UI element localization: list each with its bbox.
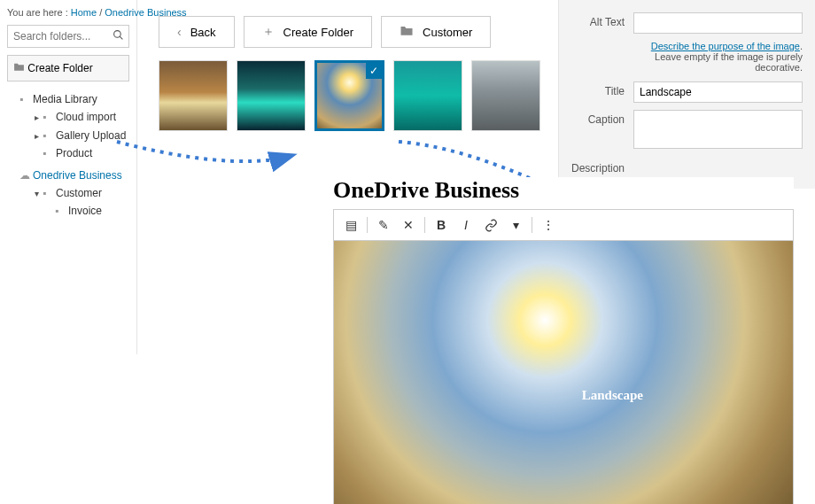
- alt-text-input[interactable]: [633, 12, 803, 34]
- search-input[interactable]: [7, 25, 129, 48]
- italic-icon[interactable]: I: [454, 213, 477, 236]
- chevron-down-icon: ▾: [32, 186, 41, 201]
- tree-item-invoice[interactable]: ▪Invoice: [44, 202, 129, 220]
- close-icon[interactable]: ✕: [397, 213, 420, 236]
- link-icon[interactable]: [479, 213, 502, 236]
- thumbnail-image: [394, 61, 462, 130]
- svg-point-0: [114, 31, 121, 38]
- folder-icon: ▪: [43, 127, 53, 144]
- folder-icon: ▪: [43, 144, 53, 162]
- thumbnail-item[interactable]: [393, 60, 462, 131]
- alt-text-help: Describe the purpose of the image. Leave…: [571, 41, 803, 73]
- tree-item-media-library[interactable]: ▪Media Library ▸▪Cloud import ▸▪Gallery …: [19, 90, 129, 163]
- editor-heading: OneDrive Business: [333, 177, 794, 204]
- thumbnail-item-selected[interactable]: ✓: [314, 60, 384, 131]
- create-folder-label: Create Folder: [283, 26, 353, 39]
- separator: [532, 217, 532, 233]
- title-input[interactable]: [633, 81, 803, 103]
- cloud-icon: ☁: [19, 167, 30, 184]
- edit-icon[interactable]: ✎: [372, 213, 395, 236]
- check-icon: ✓: [366, 63, 382, 79]
- editor-box: ▤ ✎ ✕ B I ▾ ⋮ Landscape: [333, 209, 794, 504]
- customer-label: Customer: [423, 26, 472, 39]
- sidebar-create-folder-button[interactable]: Create Folder: [7, 55, 129, 81]
- sidebar: You are here : Home / Onedrive Business …: [0, 0, 137, 354]
- thumbnail-item[interactable]: [237, 60, 306, 131]
- folder-icon: ▪: [43, 184, 53, 202]
- search-icon[interactable]: [113, 29, 124, 43]
- folder-tree: ▪Media Library ▸▪Cloud import ▸▪Gallery …: [7, 90, 129, 221]
- separator: [424, 217, 425, 233]
- details-panel: Alt Text Describe the purpose of the ima…: [558, 0, 815, 189]
- chevron-right-icon: ▸: [32, 110, 41, 125]
- toolbar: ‹ Back ＋ Create Folder Customer: [159, 16, 540, 48]
- align-icon[interactable]: ▤: [339, 213, 362, 236]
- breadcrumb: You are here : Home / Onedrive Business: [7, 7, 129, 18]
- svg-line-1: [120, 36, 122, 39]
- bold-icon[interactable]: B: [430, 213, 453, 236]
- search-box: [7, 25, 129, 48]
- editor-image[interactable]: Landscape: [334, 241, 793, 504]
- alt-text-label: Alt Text: [571, 12, 633, 34]
- editor-overlay: OneDrive Business ▤ ✎ ✕ B I ▾ ⋮ Landscap…: [333, 177, 794, 504]
- breadcrumb-prefix: You are here :: [7, 7, 68, 18]
- breadcrumb-home[interactable]: Home: [71, 7, 97, 18]
- caption-input[interactable]: [633, 110, 803, 149]
- thumbnail-item[interactable]: [159, 60, 228, 131]
- customer-folder-button[interactable]: Customer: [381, 16, 491, 48]
- tree-item-cloud-import[interactable]: ▸▪Cloud import: [32, 108, 129, 126]
- alt-help-link[interactable]: Describe the purpose of the image: [651, 41, 800, 51]
- chevron-right-icon: ▸: [32, 128, 41, 143]
- tree-item-onedrive-business[interactable]: ☁Onedrive Business ▾▪Customer ▪Invoice: [19, 167, 129, 221]
- tree-item-product[interactable]: ▪Product: [32, 144, 129, 162]
- plus-icon: ＋: [262, 24, 275, 40]
- description-label: Description: [571, 159, 633, 174]
- tree-item-customer[interactable]: ▾▪Customer ▪Invoice: [32, 184, 129, 221]
- thumbnail-image: [237, 61, 305, 130]
- thumbnail-image: [159, 61, 227, 130]
- breadcrumb-sep: /: [99, 7, 102, 18]
- folder-icon: ▪: [19, 90, 30, 108]
- thumbnail-image: [472, 61, 539, 130]
- editor-toolbar: ▤ ✎ ✕ B I ▾ ⋮: [334, 210, 793, 241]
- folder-icon: [400, 25, 414, 39]
- thumbnail-grid: ✓: [159, 60, 540, 131]
- create-folder-button[interactable]: ＋ Create Folder: [244, 16, 372, 48]
- tree-item-gallery-upload[interactable]: ▸▪Gallery Upload: [32, 127, 129, 144]
- editor-caption: Landscape: [582, 388, 643, 403]
- folder-icon: ▪: [43, 108, 53, 126]
- folder-plus-icon: [13, 62, 27, 74]
- chevron-down-icon[interactable]: ▾: [504, 213, 527, 236]
- sidebar-create-folder-label: Create Folder: [27, 62, 92, 74]
- thumbnail-item[interactable]: [471, 60, 540, 131]
- separator: [367, 217, 368, 233]
- caption-label: Caption: [571, 110, 633, 151]
- back-button[interactable]: ‹ Back: [159, 16, 235, 48]
- back-label: Back: [190, 26, 216, 39]
- title-label: Title: [571, 81, 633, 103]
- folder-icon: ▪: [55, 202, 66, 220]
- more-icon[interactable]: ⋮: [537, 213, 560, 236]
- chevron-left-icon: ‹: [177, 25, 182, 39]
